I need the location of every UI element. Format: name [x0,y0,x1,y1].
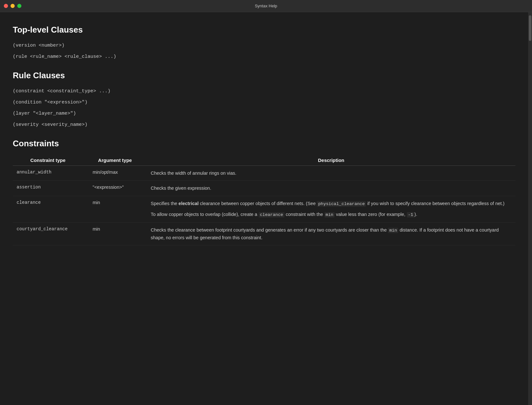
constraint-type-assertion: assertion [13,181,83,196]
col-header-desc: Description [147,155,515,166]
window-controls [4,4,21,8]
table-row: clearance min Specifies the electrical c… [13,196,515,222]
desc-para-2: To allow copper objects to overlap (coll… [151,211,512,218]
code-clearance: clearance [259,212,285,218]
top-level-item-2: (rule <rule_name> <rule_clause> ...) [13,52,515,61]
constraint-desc-annular-width: Checks the width of annular rings on via… [147,166,515,181]
table-row: annular_width min/opt/max Checks the wid… [13,166,515,181]
main-panel[interactable]: Top-level Clauses (version <number>) (ru… [0,12,528,405]
constraint-desc-courtyard: Checks the clearance between footprint c… [147,222,515,245]
code-minus-one: -1 [407,212,414,218]
constraint-arg-courtyard: min [83,222,147,245]
constraint-type-annular-width: annular_width [13,166,83,181]
constraint-desc-assertion: Checks the given expression. [147,181,515,196]
constraint-arg-annular-width: min/opt/max [83,166,147,181]
code-min: min [324,212,335,218]
minimize-button[interactable] [11,4,15,8]
top-level-clauses-heading: Top-level Clauses [13,25,515,35]
content-area: Top-level Clauses (version <number>) (ru… [0,12,532,405]
titlebar: Syntax Help [0,0,532,12]
constraint-arg-assertion: "<expression>" [83,181,147,196]
constraint-desc-clearance: Specifies the electrical clearance betwe… [147,196,515,222]
close-button[interactable] [4,4,8,8]
scrollbar-thumb[interactable] [529,15,531,41]
section-constraints: Constraints Constraint type Argument typ… [13,139,515,245]
rule-clause-item-1: (constraint <constraint_type> ...) [13,87,515,96]
maximize-button[interactable] [17,4,21,8]
code-min-courtyard: min [388,228,398,233]
desc-text: Checks the given expression. [151,185,512,192]
bold-electrical: electrical [179,201,199,206]
code-physical-clearance: physical_clearance [317,201,366,207]
window-title: Syntax Help [255,4,277,8]
rule-clause-item-4: (severity <severity_name>) [13,120,515,129]
table-row: courtyard_clearance min Checks the clear… [13,222,515,245]
constraint-type-courtyard: courtyard_clearance [13,222,83,245]
section-rule-clauses: Rule Clauses (constraint <constraint_typ… [13,71,515,129]
rule-clause-item-3: (layer "<layer_name>") [13,109,515,118]
rule-clause-item-2: (condition "<expression>") [13,98,515,107]
col-header-type: Constraint type [13,155,83,166]
top-level-item-1: (version <number>) [13,41,515,50]
constraints-table: Constraint type Argument type Descriptio… [13,155,515,245]
constraint-arg-clearance: min [83,196,147,222]
scrollbar-track[interactable] [528,12,532,405]
desc-text: Checks the width of annular rings on via… [151,170,512,177]
desc-text: Checks the clearance between footprint c… [151,226,512,241]
section-top-level-clauses: Top-level Clauses (version <number>) (ru… [13,25,515,61]
rule-clauses-heading: Rule Clauses [13,71,515,80]
constraint-type-clearance: clearance [13,196,83,222]
table-header-row: Constraint type Argument type Descriptio… [13,155,515,166]
desc-para-1: Specifies the electrical clearance betwe… [151,200,512,208]
table-row: assertion "<expression>" Checks the give… [13,181,515,196]
constraints-heading: Constraints [13,139,515,149]
col-header-arg: Argument type [83,155,147,166]
